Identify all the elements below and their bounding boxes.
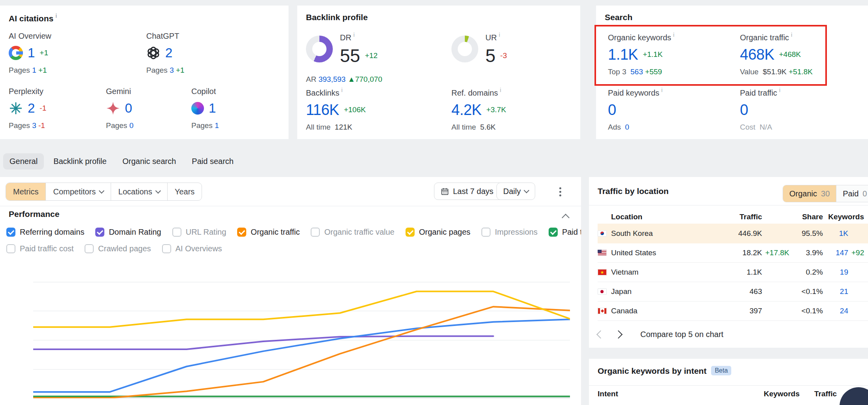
ur-value: 5 [485, 45, 496, 66]
years-button[interactable]: Years [168, 183, 202, 200]
organic-traffic-stat: Organic traffic 468K +468K Value $51.9K … [740, 32, 813, 76]
table-row-south-korea[interactable]: South Korea 446.9K 95.5% 1K [598, 224, 868, 243]
toggle-organic[interactable]: Organic30 [783, 185, 836, 202]
search-card: Search Organic keywords 1.1K +1.1K Top 3… [596, 6, 868, 139]
competitors-dropdown[interactable]: Competitors [46, 183, 111, 200]
more-options-icon[interactable] [555, 186, 565, 198]
ai-citations-card: AI citations AI Overview 1 +1 Pages 1 +1… [0, 6, 289, 139]
metric-crawled-pages[interactable]: Crawled pages [85, 244, 151, 253]
toggle-paid[interactable]: Paid0 [836, 185, 868, 202]
perplexity-stat: Perplexity 2 -1 Pages 3 -1 [9, 87, 46, 130]
keywords-link[interactable]: 1K [823, 229, 848, 238]
ar-line: AR 393,593 ▲770,070 [306, 75, 382, 84]
vietnam-flag [598, 269, 607, 275]
checkbox [6, 228, 15, 237]
metric-impressions[interactable]: Impressions [481, 228, 538, 237]
traffic-by-location-title: Traffic by location [598, 186, 669, 196]
table-row-japan[interactable]: Japan 463 <0.1% 21 [598, 282, 868, 301]
metric-toggles-row-2: Paid traffic cost Crawled pages AI Overv… [6, 244, 222, 253]
organic-keywords-stat: Organic keywords 1.1K +1.1K Top 3 563 +5… [608, 32, 674, 76]
keywords-link[interactable]: 24 [823, 307, 848, 315]
metric-url-rating[interactable]: URL Rating [172, 228, 226, 237]
metrics-button[interactable]: Metrics [6, 183, 46, 200]
chatgpt-value: 2 [165, 45, 172, 60]
location-table-header: Location Traffic Share Keywords [598, 210, 868, 224]
info-icon[interactable] [659, 89, 662, 97]
chatgpt-stat: ChatGPT 2 Pages 3 +1 [146, 32, 185, 75]
table-row-vietnam[interactable]: Vietnam 1.1K 0.2% 19 [598, 262, 868, 282]
organic-traffic-value[interactable]: 468K [740, 46, 774, 63]
tab-general[interactable]: General [3, 153, 44, 170]
metric-organic-pages[interactable]: Organic pages [406, 228, 470, 237]
locations-dropdown[interactable]: Locations [111, 183, 168, 200]
table-pager: Compare top 5 on chart [598, 326, 723, 342]
perplexity-icon [9, 101, 23, 115]
intent-table-header: Intent Keywords Traffic [598, 390, 868, 403]
compare-top5-link[interactable]: Compare top 5 on chart [640, 330, 723, 339]
keywords-link[interactable]: 21 [823, 287, 848, 296]
checkbox [406, 228, 415, 237]
backlink-profile-card: Backlink profile DR 55 +12 AR 393,593 ▲7… [297, 6, 580, 139]
ref-domains-value[interactable]: 4.2K [451, 102, 481, 119]
granularity-dropdown[interactable]: Daily [496, 183, 535, 200]
keywords-link[interactable]: 147 [823, 249, 848, 257]
chart-line-referring-domains [33, 319, 570, 392]
keywords-by-intent-panel: Organic keywords by intentBeta Intent Ke… [589, 359, 868, 405]
metric-organic-traffic-value[interactable]: Organic traffic value [311, 228, 394, 237]
japan-flag [598, 288, 607, 295]
metric-organic-traffic[interactable]: Organic traffic [237, 228, 300, 237]
checkbox [95, 228, 104, 237]
chevron-down-icon [524, 188, 529, 193]
metric-ai-overviews[interactable]: AI Overviews [162, 244, 222, 253]
paid-keywords-stat: Paid keywords 0 Ads 0 [608, 87, 662, 132]
perplexity-value: 2 [28, 101, 35, 116]
keywords-link[interactable]: 19 [823, 268, 848, 277]
organic-paid-toggle: Organic30 Paid0 [783, 185, 868, 202]
calendar-icon [441, 187, 449, 196]
backlink-profile-title: Backlink profile [306, 13, 368, 22]
ur-donut-chart [451, 36, 478, 62]
prev-page-icon[interactable] [596, 330, 605, 338]
info-icon[interactable] [53, 14, 57, 23]
copilot-value: 1 [209, 101, 216, 116]
tab-backlink-profile[interactable]: Backlink profile [47, 153, 113, 170]
performance-line-chart [33, 271, 570, 398]
organic-keywords-value[interactable]: 1.1K [608, 46, 638, 63]
tab-organic-search[interactable]: Organic search [116, 153, 183, 170]
performance-title: Performance [9, 209, 59, 219]
metric-paid-traffic[interactable]: Paid traffic [549, 228, 581, 237]
beta-badge: Beta [711, 366, 731, 375]
table-row-canada[interactable]: Canada 397 <0.1% 24 [598, 301, 868, 321]
south-korea-flag [598, 230, 607, 237]
checkbox [549, 228, 558, 237]
info-icon[interactable] [789, 33, 792, 42]
info-icon[interactable] [497, 33, 500, 42]
info-icon[interactable] [498, 89, 501, 97]
dr-stat: DR 55 +12 [340, 32, 377, 66]
tab-paid-search[interactable]: Paid search [185, 153, 240, 170]
ur-stat: UR 5 -3 [485, 32, 507, 66]
checkbox [162, 244, 171, 253]
checkbox [237, 228, 246, 237]
metric-referring-domains[interactable]: Referring domains [6, 228, 84, 237]
info-icon[interactable] [339, 89, 342, 97]
gemini-stat: Gemini 0 Pages 0 [106, 87, 134, 130]
chatgpt-icon [146, 46, 160, 60]
table-row-united-states[interactable]: United States 18.2K +17.8K 3.9% 147 +92 [598, 243, 868, 263]
next-page-icon[interactable] [614, 330, 623, 338]
chart-canvas [33, 271, 570, 398]
info-icon[interactable] [671, 33, 674, 42]
copilot-stat: Copilot 1 Pages 1 [191, 87, 219, 130]
metric-paid-traffic-cost[interactable]: Paid traffic cost [6, 244, 74, 253]
backlinks-value[interactable]: 116K [306, 102, 339, 119]
info-icon[interactable] [351, 33, 355, 42]
metric-domain-rating[interactable]: Domain Rating [95, 228, 161, 237]
checkbox [85, 244, 94, 253]
traffic-by-location-panel: Traffic by location Organic30 Paid0 Loca… [589, 177, 868, 348]
united-states-flag [598, 250, 607, 256]
info-icon[interactable] [777, 89, 780, 97]
dr-donut-chart [306, 36, 333, 62]
checkbox [481, 228, 491, 237]
ai-overview-value: 1 [28, 45, 35, 60]
collapse-chevron-icon[interactable] [562, 214, 570, 222]
